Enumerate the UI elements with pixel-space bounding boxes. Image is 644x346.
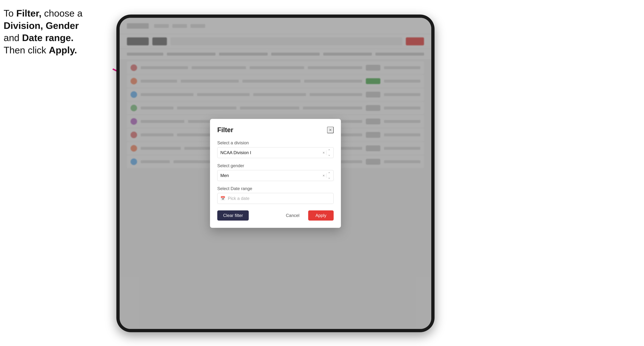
- modal-header: Filter ×: [217, 126, 334, 134]
- modal-footer-right: Cancel Apply: [280, 210, 334, 221]
- date-range-bold: Date range.: [22, 32, 74, 43]
- modal-title: Filter: [217, 126, 233, 134]
- modal-close-button[interactable]: ×: [327, 127, 334, 133]
- division-gender-bold: Division, Gender: [4, 20, 79, 31]
- division-label: Select a division: [217, 140, 334, 145]
- division-clear-icon[interactable]: ×: [322, 151, 325, 155]
- gender-select[interactable]: Men × ⌃⌄: [217, 170, 334, 181]
- modal-overlay: Filter × Select a division NCAA Division…: [120, 18, 431, 329]
- division-select[interactable]: NCAA Division I × ⌃⌄: [217, 147, 334, 158]
- gender-clear-icon[interactable]: ×: [322, 173, 325, 178]
- and-date-text: and Date range.: [4, 32, 74, 43]
- modal-footer: Clear filter Cancel Apply: [217, 210, 334, 221]
- division-select-controls: × ⌃⌄: [322, 149, 330, 157]
- close-icon: ×: [329, 127, 332, 133]
- cancel-button[interactable]: Cancel: [280, 210, 305, 221]
- then-apply-text: Then click Apply.: [4, 45, 77, 55]
- instruction-line1: To Filter, choose a: [4, 8, 82, 18]
- division-chevron-icon: ⌃⌄: [328, 149, 330, 157]
- gender-chevron-icon: ⌃⌄: [328, 172, 330, 179]
- calendar-icon: 📅: [220, 196, 225, 201]
- date-form-group: Select Date range 📅 Pick a date: [217, 186, 334, 204]
- gender-label: Select gender: [217, 163, 334, 168]
- gender-form-group: Select gender Men × ⌃⌄: [217, 163, 334, 181]
- clear-filter-button[interactable]: Clear filter: [217, 210, 249, 221]
- tablet-device: Filter × Select a division NCAA Division…: [116, 14, 434, 332]
- date-label: Select Date range: [217, 186, 334, 191]
- gender-select-controls: × ⌃⌄: [322, 172, 330, 179]
- gender-value: Men: [220, 173, 229, 178]
- filter-modal: Filter × Select a division NCAA Division…: [210, 119, 341, 228]
- division-value: NCAA Division I: [220, 150, 251, 155]
- instruction-text: To Filter, choose a Division, Gender and…: [4, 7, 109, 56]
- date-placeholder: Pick a date: [228, 196, 250, 201]
- apply-button[interactable]: Apply: [308, 210, 334, 221]
- apply-bold: Apply.: [49, 45, 77, 55]
- division-form-group: Select a division NCAA Division I × ⌃⌄: [217, 140, 334, 158]
- filter-bold: Filter,: [16, 8, 42, 18]
- tablet-screen: Filter × Select a division NCAA Division…: [120, 18, 431, 329]
- date-picker[interactable]: 📅 Pick a date: [217, 193, 334, 204]
